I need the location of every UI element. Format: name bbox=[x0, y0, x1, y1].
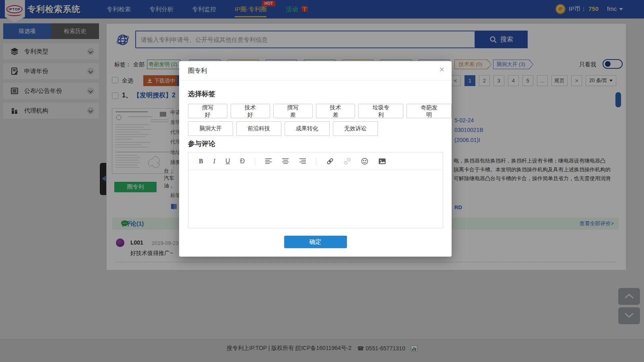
align-right-button[interactable] bbox=[299, 158, 306, 164]
tag-option-zhuanxiecha[interactable]: 撰写差 bbox=[273, 104, 313, 118]
comment-editor: B I U Đ bbox=[188, 152, 443, 228]
toolbar-separator bbox=[255, 158, 255, 165]
tag-option-zhuanxiehao[interactable]: 撰写好 bbox=[188, 104, 227, 118]
tag-option-chengguozhuanhua[interactable]: 成果转化 bbox=[285, 121, 330, 136]
link-button[interactable] bbox=[326, 158, 334, 165]
toolbar-separator bbox=[316, 158, 316, 165]
circle-patent-modal: 圈专利 × 选择标签 撰写好 技术好 撰写差 技术差 垃圾专利 奇葩发明 脑洞大… bbox=[179, 61, 452, 257]
modal-header: 圈专利 × bbox=[179, 61, 452, 80]
select-tags-heading: 选择标签 bbox=[188, 89, 215, 99]
align-left-button[interactable] bbox=[265, 158, 272, 164]
bold-button[interactable]: B bbox=[199, 158, 203, 165]
underline-button[interactable]: U bbox=[225, 158, 230, 165]
strikethrough-button[interactable]: Đ bbox=[240, 158, 245, 165]
confirm-button[interactable]: 确定 bbox=[284, 236, 347, 248]
editor-toolbar: B I U Đ bbox=[188, 152, 443, 170]
tag-option-jishuhao[interactable]: 技术好 bbox=[231, 104, 270, 118]
tag-option-lajizhuanli[interactable]: 垃圾专利 bbox=[358, 104, 403, 118]
unlink-button[interactable] bbox=[344, 158, 351, 165]
emoji-button[interactable] bbox=[361, 158, 368, 165]
tag-option-naodongdakai[interactable]: 脑洞大开 bbox=[188, 121, 233, 136]
modal-title: 圈专利 bbox=[188, 67, 207, 75]
align-center-button[interactable] bbox=[282, 158, 289, 164]
comment-input-area[interactable] bbox=[188, 170, 443, 228]
image-button[interactable] bbox=[378, 158, 386, 165]
italic-button[interactable]: I bbox=[213, 158, 215, 165]
tag-option-qianyankeji[interactable]: 前沿科技 bbox=[236, 121, 281, 136]
tag-option-jishucha[interactable]: 技术差 bbox=[316, 104, 355, 118]
modal-tag-row-2: 脑洞大开 前沿科技 成果转化 无效诉讼 bbox=[188, 121, 378, 136]
tag-option-qipafaming[interactable]: 奇葩发明 bbox=[407, 104, 452, 118]
tag-option-wuxiaosusong[interactable]: 无效诉讼 bbox=[333, 121, 378, 136]
comment-heading: 参与评论 bbox=[188, 139, 215, 148]
close-icon[interactable]: × bbox=[439, 65, 444, 74]
modal-tag-row-1: 撰写好 技术好 撰写差 技术差 垃圾专利 奇葩发明 bbox=[188, 104, 452, 118]
